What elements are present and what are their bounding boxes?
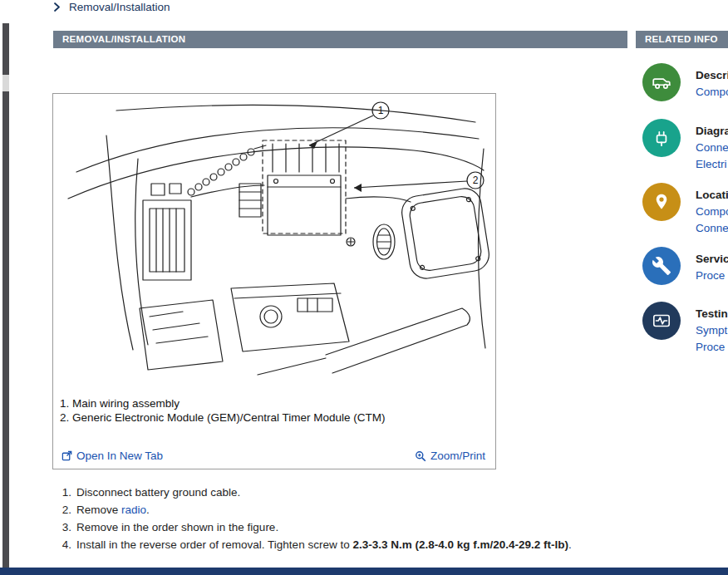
related-link[interactable]: Conne <box>696 220 728 237</box>
chevron-right-icon <box>53 2 61 12</box>
breadcrumb-label: Removal/Installation <box>69 1 170 13</box>
external-link-icon <box>61 450 72 461</box>
related-link[interactable]: Conne <box>696 140 728 156</box>
step-text: Remove in the order shown in the figure. <box>76 518 278 536</box>
figure-box: 1 2 1. Main wiring assembly 2. Generic E… <box>52 93 496 469</box>
related-title: Servic <box>696 251 728 268</box>
technical-illustration: 1 2 <box>58 99 490 394</box>
step-number: 1. <box>55 484 71 501</box>
related-item-service: Servic Proce <box>642 247 728 285</box>
step-1: 1. Disconnect battery ground cable. <box>55 484 572 501</box>
figure-caption-2: 2. Generic Electronic Module (GEM)/Centr… <box>60 410 386 425</box>
service-icon[interactable] <box>642 247 681 285</box>
step-number: 4. <box>55 536 71 553</box>
step-text: Remove radio. <box>76 501 150 518</box>
related-item-diagrams: Diagra Conne Electri <box>642 119 728 173</box>
open-in-new-tab-link[interactable]: Open In New Tab <box>61 450 163 462</box>
related-link[interactable]: Proce <box>696 268 728 284</box>
related-title: Descri <box>696 67 728 84</box>
related-link[interactable]: Compo <box>696 204 728 220</box>
torque-spec: 2.3-3.3 N.m (2.8-4.0 kg f.m/20.4-29.2 ft… <box>352 538 568 551</box>
step-text-post: . <box>568 538 572 551</box>
location-pin-icon[interactable] <box>642 183 681 221</box>
step-text-pre: Install in the reverse order of removal.… <box>76 538 352 551</box>
section-header-bar: REMOVAL/INSTALLATION <box>53 31 627 48</box>
related-item-locations: Locati Compo Conne <box>642 183 728 237</box>
related-title: Diagra <box>696 123 728 140</box>
related-info-panel: Descri Compo Diagra Conne Electri <box>636 53 728 518</box>
related-header-label: RELATED INFO <box>645 34 718 44</box>
related-title: Locati <box>696 187 728 204</box>
scrollbar-thumb[interactable] <box>2 75 9 91</box>
zoom-print-link[interactable]: Zoom/Print <box>415 450 485 462</box>
callout-1-label: 1 <box>378 105 384 116</box>
section-header-label: REMOVAL/INSTALLATION <box>62 34 185 44</box>
related-header-bar: RELATED INFO <box>636 31 728 48</box>
related-item-description: Descri Compo <box>642 63 728 101</box>
connector-icon[interactable] <box>642 119 681 157</box>
related-link[interactable]: Sympt <box>696 322 728 339</box>
bottom-bar <box>0 568 728 575</box>
breadcrumb[interactable]: Removal/Installation <box>53 1 170 13</box>
related-link[interactable]: Compo <box>696 84 728 101</box>
related-title: Testin <box>696 306 728 322</box>
step-number: 2. <box>55 501 71 518</box>
step-number: 3. <box>55 518 71 536</box>
step-2: 2. Remove radio. <box>55 501 572 518</box>
vehicle-icon[interactable] <box>642 63 681 101</box>
left-scrollbar[interactable] <box>2 23 9 568</box>
procedure-steps: 1. Disconnect battery ground cable. 2. R… <box>55 484 572 553</box>
open-in-new-tab-label: Open In New Tab <box>76 450 163 462</box>
step-text: Install in the reverse order of removal.… <box>76 536 572 553</box>
callout-2-label: 2 <box>473 174 479 186</box>
step-text-pre: Remove <box>76 504 121 516</box>
figure-footer: Open In New Tab Zoom/Print <box>61 450 485 462</box>
step-text-post: . <box>146 504 150 516</box>
step-3: 3. Remove in the order shown in the figu… <box>55 518 572 536</box>
waveform-icon[interactable] <box>642 302 681 340</box>
related-item-testing: Testin Sympt Proce <box>642 302 728 356</box>
zoom-icon <box>415 450 426 462</box>
step-text: Disconnect battery ground cable. <box>76 484 240 501</box>
figure-caption-1: 1. Main wiring assembly <box>60 396 386 410</box>
radio-link[interactable]: radio <box>121 504 146 516</box>
zoom-print-label: Zoom/Print <box>430 450 485 462</box>
related-link[interactable]: Proce <box>696 339 728 356</box>
related-link[interactable]: Electri <box>696 156 728 173</box>
step-4: 4. Install in the reverse order of remov… <box>55 536 572 553</box>
figure-captions: 1. Main wiring assembly 2. Generic Elect… <box>60 396 386 425</box>
